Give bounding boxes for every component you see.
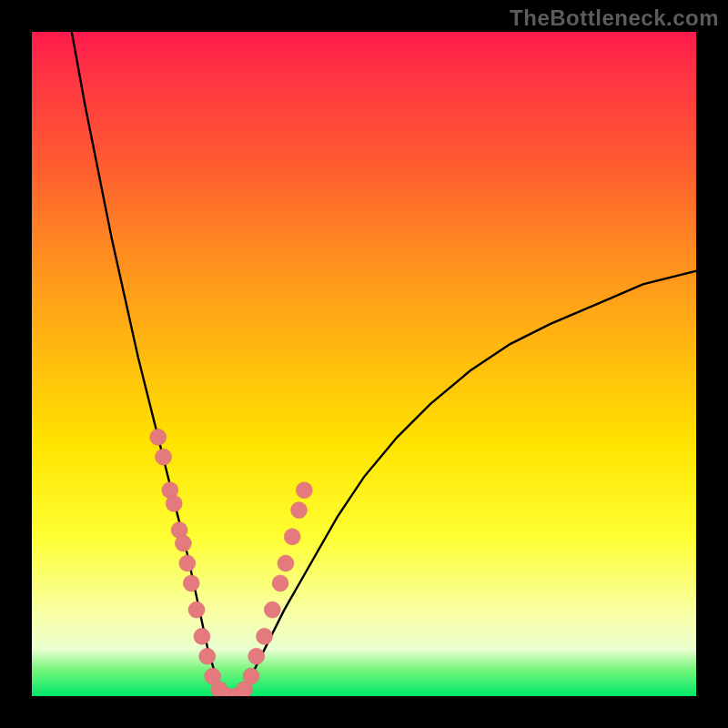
data-marker <box>296 482 312 499</box>
marker-group <box>150 429 313 696</box>
data-marker <box>188 602 205 618</box>
data-marker <box>272 575 288 592</box>
data-marker <box>166 495 182 511</box>
data-marker <box>156 449 172 465</box>
data-marker <box>278 555 294 571</box>
data-marker <box>150 429 167 445</box>
data-marker <box>199 648 216 664</box>
data-marker <box>183 575 199 592</box>
plot-area <box>32 32 696 696</box>
chart-svg <box>32 32 696 696</box>
data-marker <box>243 668 259 684</box>
data-marker <box>257 628 273 644</box>
data-marker <box>284 529 300 545</box>
data-marker <box>175 535 191 551</box>
data-marker <box>291 502 308 519</box>
data-marker <box>194 628 210 644</box>
data-marker <box>179 555 196 571</box>
data-marker <box>248 648 265 664</box>
data-marker <box>264 602 280 618</box>
chart-frame: TheBottleneck.com <box>0 0 728 728</box>
watermark-text: TheBottleneck.com <box>510 5 719 31</box>
bottleneck-curve <box>72 32 696 696</box>
